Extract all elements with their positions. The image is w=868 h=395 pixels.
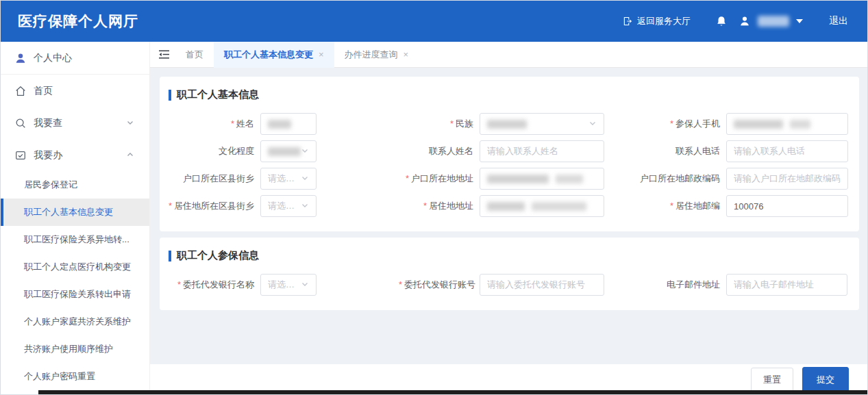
sidebar-subitem-insurance-transfer-out[interactable]: 职工医疗保险关系转出申请 [1,281,149,308]
residence-district-select[interactable]: 请选择居住地所在区县街乡 [260,195,317,217]
tab-label: 首页 [186,49,203,61]
placeholder-text: 请输入电子邮件地址 [734,279,814,291]
bank-name-select[interactable]: 请选择委托代发银行名称 [260,274,317,296]
return-hall-button[interactable]: 返回服务大厅 [622,15,691,27]
tab-close-icon[interactable]: × [404,49,409,60]
sidebar-subitem-password-reset[interactable]: 个人账户密码重置 [1,363,149,390]
field-label: 户口所在区县街乡 [183,173,254,183]
email-input[interactable]: 请输入电子邮件地址 [726,274,847,296]
redacted-value [556,175,583,183]
hukou-district-select[interactable]: 请选择户口所在区县街乡 [260,168,317,190]
required-mark: * [399,279,402,290]
sidebar-item-label: 我要办 [34,149,62,162]
redacted-value [487,175,549,183]
chevron-down-icon [588,119,597,129]
redacted-value [487,120,527,129]
sidebar: 个人中心 首页 我要查 我要办 居民参保登记 [1,42,150,395]
subitem-label: 职工个人定点医疗机构变更 [24,261,131,273]
username-redacted [758,16,789,27]
user-avatar-button[interactable] [739,15,751,27]
placeholder-text: 请选择委托代发银行名称 [268,279,301,291]
field-email: 电子邮件地址 请输入电子邮件地址 [625,274,848,296]
sidebar-subitem-family-mutual-aid[interactable]: 个人账户家庭共济关系维护 [1,308,149,335]
field-education: 文化程度 [168,140,399,162]
sidebar-item-label: 我要查 [34,117,62,129]
exit-document-icon [622,16,632,27]
required-mark: * [423,201,427,211]
education-select[interactable] [260,140,317,162]
chevron-down-icon [126,118,134,129]
field-label: 居住地地址 [429,201,473,211]
subitem-label: 职工个人基本信息变更 [24,206,113,218]
collapse-sidebar-icon[interactable] [155,46,173,64]
required-mark: * [169,201,172,211]
insurance-info-card: 职工个人参保信息 *委托代发银行名称 请选择委托代发银行名称 *委托代发银行账号… [160,238,859,310]
field-phone: *参保人手机 [625,113,849,135]
placeholder-text: 请选择户口所在区县街乡 [268,173,301,185]
tab-employee-info-change[interactable]: 职工个人基本信息变更 × [214,42,334,68]
required-mark: * [670,201,673,211]
chevron-up-icon [126,150,134,161]
home-icon [14,85,27,97]
tab-progress-query[interactable]: 办件进度查询 × [334,42,419,68]
hukou-address-input[interactable] [480,168,604,190]
sidebar-subitem-designated-hospital-change[interactable]: 职工个人定点医疗机构变更 [1,253,149,281]
sidebar-item-label: 个人中心 [34,52,72,64]
notifications-button[interactable] [715,15,728,28]
required-mark: * [450,118,454,129]
app-header: 医疗保障个人网厅 返回服务大厅 退出 [1,1,867,42]
sidebar-subitem-resident-registration[interactable]: 居民参保登记 [1,171,149,199]
spacer [160,310,859,364]
sidebar-subitem-employee-info-change[interactable]: 职工个人基本信息变更 [1,199,149,226]
section-accent-bar [169,251,171,262]
tab-close-icon[interactable]: × [319,49,324,60]
chevron-down-icon [301,174,309,184]
field-label: 联系人姓名 [429,146,473,156]
logout-button[interactable]: 退出 [829,15,848,27]
phone-input[interactable] [726,113,848,135]
subitem-label: 居民参保登记 [24,179,77,191]
tab-bar: 首页 职工个人基本信息变更 × 办件进度查询 × [150,42,867,68]
window-bottom-edge [38,390,867,394]
field-contact-phone: 联系人电话 请输入联系人电话 [625,140,849,162]
section-accent-bar [169,90,171,101]
folder-check-icon [14,149,27,162]
section-title: 职工个人参保信息 [177,249,259,262]
sidebar-item-home[interactable]: 首页 [1,75,149,107]
placeholder-text: 请输入户口所在地邮政编码 [734,173,841,185]
required-mark: * [670,118,673,129]
required-mark: * [406,173,409,183]
required-mark: * [231,118,234,129]
hukou-postcode-input[interactable]: 请输入户口所在地邮政编码 [726,168,848,190]
contact-phone-input[interactable]: 请输入联系人电话 [726,140,848,162]
bank-account-input[interactable]: 请输入委托代发银行账号 [480,274,604,296]
tab-label: 办件进度查询 [345,49,398,61]
residence-postcode-input[interactable]: 100076 [726,195,848,217]
field-label: 联系人电话 [675,146,720,156]
tab-label: 职工个人基本信息变更 [224,49,313,61]
redacted-value [734,120,783,129]
field-label: 居住地邮编 [675,201,720,211]
field-label: 民族 [456,118,473,129]
sidebar-item-query[interactable]: 我要查 [1,107,149,139]
field-label: 委托代发银行账号 [404,279,475,290]
sidebar-subitem-mutual-account-order[interactable]: 共济账户使用顺序维护 [1,335,149,363]
submit-button[interactable]: 提交 [802,367,849,393]
chevron-down-icon [301,201,309,212]
sidebar-item-personal-center[interactable]: 个人中心 [1,42,149,74]
name-input[interactable] [260,113,317,135]
field-contact-name: 联系人姓名 请输入联系人姓名 [399,140,625,162]
field-hukou-address: *户口所在地地址 [399,168,625,190]
sidebar-item-handle[interactable]: 我要办 [1,139,149,171]
chevron-down-icon[interactable] [796,19,803,23]
contact-name-input[interactable]: 请输入联系人姓名 [480,140,604,162]
placeholder-text: 请输入联系人姓名 [487,145,558,157]
residence-address-input[interactable] [480,195,604,217]
placeholder-text: 请选择居住地所在区县街乡 [268,200,301,212]
nation-select[interactable] [480,113,604,135]
redacted-value [790,120,810,129]
tab-home[interactable]: 首页 [175,42,214,68]
sidebar-subitem-insurance-transfer-remote[interactable]: 职工医疗保险关系异地转... [1,226,149,253]
reset-button[interactable]: 重置 [751,368,793,392]
field-residence-postcode: *居住地邮编 100076 [625,195,849,217]
